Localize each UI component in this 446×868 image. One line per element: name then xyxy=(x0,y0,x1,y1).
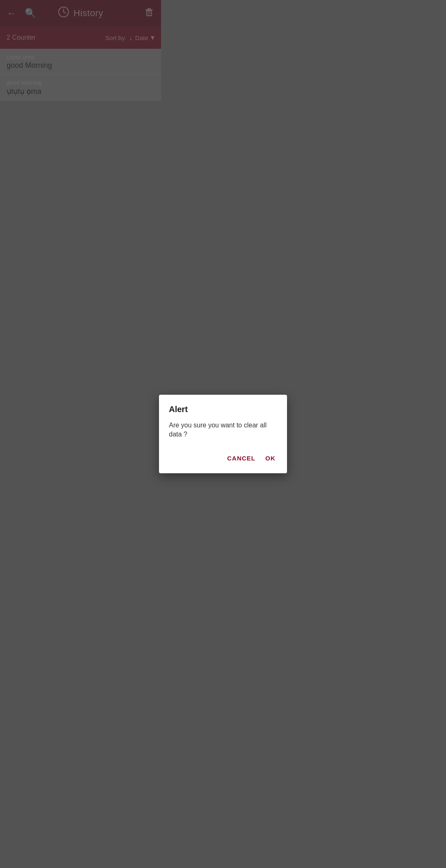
dialog-overlay: Alert Are you sure you want to clear all… xyxy=(0,0,161,314)
